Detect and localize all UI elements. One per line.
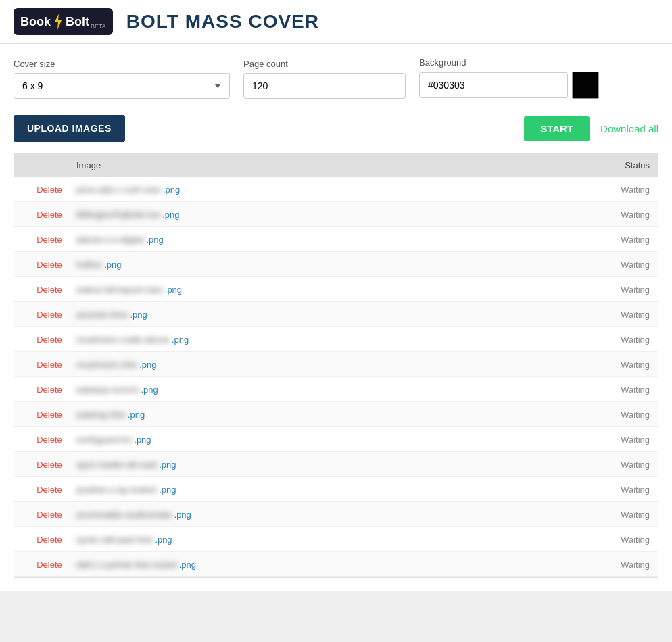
file-extension: .png [174,510,191,520]
logo-beta-text: BETA [91,23,106,30]
logo-box: Book Bolt BETA [14,8,113,35]
delete-button[interactable]: Delete [22,335,76,345]
file-extension: .png [134,435,151,445]
header: Book Bolt BETA BOLT MASS COVER [0,0,672,44]
status-cell: Waiting [582,510,650,520]
file-name: positive-s-ng-routine-.png [76,485,582,495]
file-name: price-abb-c-rush-max-.png [76,184,582,195]
file-extension: .png [139,360,156,370]
file-name: acuminable-caulksonate-.png [76,510,582,520]
file-name: eatstray-thin-.png [76,410,582,420]
delete-button[interactable]: Delete [22,360,76,370]
background-row [419,72,599,99]
table-row: Delete spun-reader-all-road-.png Waiting [14,452,658,477]
download-all-link[interactable]: Download all [600,123,658,134]
delete-button[interactable]: Delete [22,184,76,195]
table-row: Delete MillingtonFlyBold-mw-.png Waiting [14,202,658,227]
status-cell: Waiting [582,285,650,295]
main-content: Cover size 6 x 9 Page count Background U… [0,44,672,591]
upload-images-button[interactable]: UPLOAD IMAGES [14,115,125,142]
table-row: Delete muslimism-cuttle-above-.png Waiti… [14,327,658,352]
file-name-blurred: northguard-lm- [76,435,134,445]
status-cell: Waiting [582,360,650,370]
file-extension: .png [159,460,176,470]
start-button[interactable]: START [524,116,590,141]
table-header: Image Status [14,153,658,177]
file-name: hollins-.png [76,260,582,270]
file-extension: .png [179,560,196,570]
col-header-image: Image [76,160,582,170]
delete-button[interactable]: Delete [22,560,76,570]
file-name: walnut-bill-layout-man-.png [76,285,582,295]
table-row: Delete mushroom-shiv-.png Waiting [14,352,658,377]
page-count-label: Page count [243,59,406,69]
page-count-input[interactable] [243,73,406,99]
delete-button[interactable]: Delete [22,460,76,470]
status-cell: Waiting [582,234,650,245]
svg-marker-0 [55,14,62,30]
cover-size-select[interactable]: 6 x 9 [14,73,230,99]
delete-button[interactable]: Delete [22,285,76,295]
status-cell: Waiting [582,435,650,445]
table-row: Delete walnut-bill-layout-man-.png Waiti… [14,277,658,302]
status-cell: Waiting [582,260,650,270]
file-name-blurred: syntic-still-past-free- [76,535,155,545]
file-extension: .png [155,535,172,545]
action-row: UPLOAD IMAGES START Download all [14,115,658,142]
file-name: muslimism-cuttle-above-.png [76,335,582,345]
file-name-blurred: muslimism-cuttle-above- [76,335,172,345]
table-row: Delete price-abb-c-rush-max-.png Waiting [14,177,658,202]
file-extension: .png [165,285,182,295]
table-row: Delete assorter-lime-.png Waiting [14,302,658,327]
file-name: mushroom-shiv-.png [76,360,582,370]
table-row: Delete positive-s-ng-routine-.png Waitin… [14,477,658,502]
background-label: Background [419,57,599,68]
file-name: spun-reader-all-road-.png [76,460,582,470]
file-extension: .png [128,410,145,420]
table-row: Delete dall-c-s-primer-line-rocket-.png … [14,552,658,577]
delete-button[interactable]: Delete [22,310,76,320]
delete-button[interactable]: Delete [22,234,76,245]
delete-button[interactable]: Delete [22,485,76,495]
col-header-delete [22,160,76,170]
file-name-blurred: talents-s-o-digital- [76,234,146,245]
delete-button[interactable]: Delete [22,385,76,395]
delete-button[interactable]: Delete [22,510,76,520]
file-name-blurred: dall-c-s-primer-line-rocket- [76,560,179,570]
file-name: northguard-lm-.png [76,435,582,445]
file-name-blurred: hollins- [76,260,104,270]
file-extension: .png [159,485,176,495]
status-cell: Waiting [582,410,650,420]
file-name: eatstasy-scorch-.png [76,385,582,395]
table-row: Delete eatstray-thin-.png Waiting [14,402,658,427]
table-row: Delete eatstasy-scorch-.png Waiting [14,377,658,402]
file-name-blurred: spun-reader-all-road- [76,460,159,470]
status-cell: Waiting [582,184,650,195]
background-input[interactable] [419,72,568,98]
bolt-icon [52,12,64,31]
delete-button[interactable]: Delete [22,435,76,445]
table-row: Delete hollins-.png Waiting [14,252,658,277]
delete-button[interactable]: Delete [22,535,76,545]
status-cell: Waiting [582,485,650,495]
file-extension: .png [104,260,121,270]
table-row: Delete talents-s-o-digital-.png Waiting [14,227,658,252]
file-name-blurred: eatstasy-scorch- [76,385,141,395]
delete-button[interactable]: Delete [22,209,76,220]
file-extension: .png [146,234,163,245]
background-swatch[interactable] [572,72,599,99]
cover-size-group: Cover size 6 x 9 [14,59,230,99]
table-body: Delete price-abb-c-rush-max-.png Waiting… [14,177,658,577]
logo-book-text: Book [20,15,51,29]
status-cell: Waiting [582,560,650,570]
files-table: Image Status Delete price-abb-c-rush-max… [14,153,658,578]
delete-button[interactable]: Delete [22,260,76,270]
file-name: talents-s-o-digital-.png [76,234,582,245]
file-name-blurred: assorter-lime- [76,310,130,320]
file-name-blurred: price-abb-c-rush-max- [76,184,163,195]
status-cell: Waiting [582,310,650,320]
file-extension: .png [162,209,179,220]
file-extension: .png [141,385,158,395]
delete-button[interactable]: Delete [22,410,76,420]
file-name-blurred: positive-s-ng-routine- [76,485,159,495]
